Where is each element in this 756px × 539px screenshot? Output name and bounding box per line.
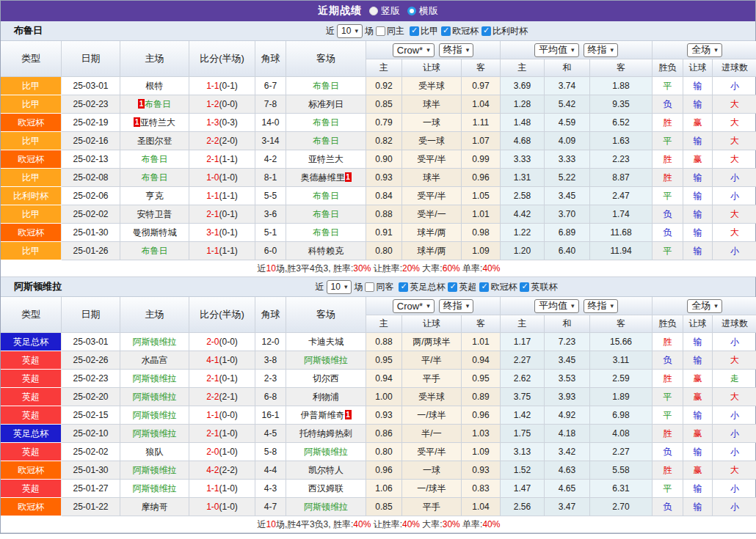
- odds-away: 0.94: [462, 351, 501, 370]
- avg-away: 1.89: [590, 388, 653, 406]
- score-cell: 2-1(1-1): [189, 150, 255, 169]
- filters-bar: 近 10▾ 场 同客 英足总杯英超欧冠杯英联杯: [316, 280, 558, 294]
- competition-badge: 比甲: [1, 205, 62, 224]
- league-checkbox[interactable]: 英超: [448, 281, 476, 293]
- match-row: 比甲 25-02-16 圣图尔登 2-2(2-0) 3-14 布鲁日 0.82 …: [1, 132, 756, 150]
- col-odds-home: 主: [366, 59, 402, 77]
- average-stage-select[interactable]: 终指▾: [584, 43, 619, 57]
- col-handicap-result: 让球: [683, 59, 713, 77]
- corner-score: 6-0: [255, 242, 286, 260]
- radio-horizontal-icon[interactable]: [407, 7, 416, 15]
- team-name-text: 标准列日: [308, 99, 344, 109]
- games-suffix-label: 场: [354, 281, 363, 293]
- competition-badge: 英超: [1, 388, 62, 406]
- checkbox-checked-icon[interactable]: [448, 282, 457, 292]
- goals-result-cell: 小: [713, 443, 756, 461]
- team-name-text: 凯尔特人: [308, 465, 344, 475]
- avg-draw: 6.89: [545, 224, 590, 242]
- scope-select[interactable]: 全场▾: [687, 43, 722, 57]
- average-select[interactable]: 平均值▾: [534, 299, 579, 313]
- league-checkbox[interactable]: 欧冠杯: [441, 25, 479, 37]
- layout-vertical-option[interactable]: 竖版: [369, 4, 400, 18]
- checkbox-checked-icon[interactable]: [441, 26, 451, 36]
- team-name-text: 奥德赫维里: [301, 172, 345, 183]
- match-row: 比甲 25-02-02 安特卫普 2-1(0-1) 3-6 布鲁日 0.88 受…: [1, 205, 756, 224]
- radio-vertical-icon[interactable]: [369, 7, 378, 15]
- avg-home: 2.58: [501, 187, 545, 205]
- avg-home: 1.52: [501, 461, 545, 480]
- checkbox-checked-icon[interactable]: [399, 282, 408, 292]
- same-venue-checkbox[interactable]: 同主: [376, 25, 404, 37]
- team-name-text: 布鲁日: [313, 227, 339, 238]
- avg-home: 1.17: [501, 333, 545, 351]
- team-name-text: 圣图尔登: [137, 136, 172, 146]
- odds-home: 0.80: [366, 443, 402, 461]
- odds-source-select[interactable]: Crow*▾: [393, 299, 435, 313]
- goals-result-cell: 大: [713, 388, 756, 406]
- match-row: 比利时杯 25-02-06 亨克 1-1(1-1) 5-5 布鲁日 0.84 受…: [1, 187, 756, 205]
- league-checkbox[interactable]: 英足总杯: [399, 281, 445, 293]
- handicap-result-cell: 赢: [683, 425, 713, 443]
- competition-badge: 比甲: [1, 77, 62, 95]
- scope-select[interactable]: 全场▾: [687, 299, 722, 313]
- team-name-text: 阿斯顿维拉: [133, 410, 177, 420]
- team-name-text: 卡迪夫城: [308, 337, 344, 347]
- red-card-badge: 1: [345, 410, 352, 419]
- match-date: 25-02-02: [62, 443, 120, 461]
- checkbox-unchecked-icon[interactable]: [376, 26, 385, 36]
- checkbox-checked-icon[interactable]: [481, 26, 491, 36]
- result-cell: 胜: [653, 333, 683, 351]
- checkbox-checked-icon[interactable]: [479, 282, 489, 292]
- odds-stage-select[interactable]: 终指▾: [439, 299, 474, 313]
- chevron-down-icon: ▾: [571, 302, 575, 309]
- games-count-select[interactable]: 10▾: [327, 280, 352, 294]
- checkbox-unchecked-icon[interactable]: [365, 282, 374, 292]
- team-name-text: 阿斯顿维拉: [133, 465, 177, 475]
- score-cell: 1-1(0-0): [189, 406, 255, 425]
- team-name-text: 曼彻斯特城: [133, 227, 177, 238]
- odds-home: 0.95: [366, 351, 402, 370]
- checkbox-checked-icon[interactable]: [520, 282, 529, 292]
- result-cell: 胜: [653, 370, 683, 388]
- odds-home: 0.85: [366, 95, 402, 114]
- odds-away: 0.95: [462, 370, 501, 388]
- home-team: 1布鲁日: [120, 95, 189, 114]
- result-cell: 平: [653, 242, 683, 260]
- league-checkbox[interactable]: 比利时杯: [481, 25, 528, 37]
- match-row: 比甲 25-02-23 1布鲁日 1-2(0-0) 7-8 标准列日 0.85 …: [1, 95, 756, 114]
- col-date: 日期: [62, 297, 120, 333]
- avg-home: 1.20: [501, 242, 545, 260]
- odds-away: 1.01: [462, 333, 501, 351]
- same-venue-checkbox[interactable]: 同客: [365, 281, 393, 293]
- odds-handicap: 球半: [402, 95, 462, 114]
- match-row: 欧冠杯 25-01-22 摩纳哥 1-0(1-0) 4-7 阿斯顿维拉 0.85…: [1, 498, 756, 516]
- handicap-result-cell: 输: [683, 169, 713, 187]
- summary-row: 近10场,胜4平3负3, 胜率:40% 让胜率:40% 大率:30% 单率:40…: [1, 516, 756, 533]
- avg-away: 3.11: [590, 351, 653, 370]
- odds-home: 0.90: [366, 150, 402, 169]
- col-goals: 进球数: [713, 315, 756, 333]
- away-team: 阿斯顿维拉: [286, 498, 366, 516]
- checkbox-checked-icon[interactable]: [410, 26, 419, 36]
- odds-stage-select[interactable]: 终指▾: [439, 43, 474, 57]
- handicap-result-cell: 赢: [683, 114, 713, 132]
- corner-score: 8-1: [255, 169, 286, 187]
- goals-result-cell: 小: [713, 425, 756, 443]
- goals-result-cell: 大: [713, 95, 756, 114]
- team-name-text: 科特赖克: [308, 246, 344, 256]
- average-select[interactable]: 平均值▾: [534, 43, 579, 57]
- league-checkbox[interactable]: 欧冠杯: [479, 281, 517, 293]
- league-checkbox[interactable]: 英联杯: [520, 281, 557, 293]
- match-row: 英超 25-02-23 阿斯顿维拉 2-1(0-1) 2-3 切尔西 0.94 …: [1, 370, 756, 388]
- score-cell: 2-0(0-0): [189, 333, 255, 351]
- games-count-select[interactable]: 10▾: [337, 24, 363, 38]
- match-row: 英足总杯 25-02-10 阿斯顿维拉 2-1(1-0) 4-5 托特纳姆热刺 …: [1, 425, 756, 443]
- corner-score: 7-8: [255, 95, 286, 114]
- competition-badge: 比甲: [1, 242, 62, 260]
- odds-away: 1.04: [462, 498, 501, 516]
- league-checkbox[interactable]: 比甲: [410, 25, 438, 37]
- layout-horizontal-option[interactable]: 横版: [407, 4, 438, 18]
- home-team: 阿斯顿维拉: [120, 406, 189, 425]
- odds-source-select[interactable]: Crow*▾: [393, 43, 435, 57]
- average-stage-select[interactable]: 终指▾: [584, 299, 619, 313]
